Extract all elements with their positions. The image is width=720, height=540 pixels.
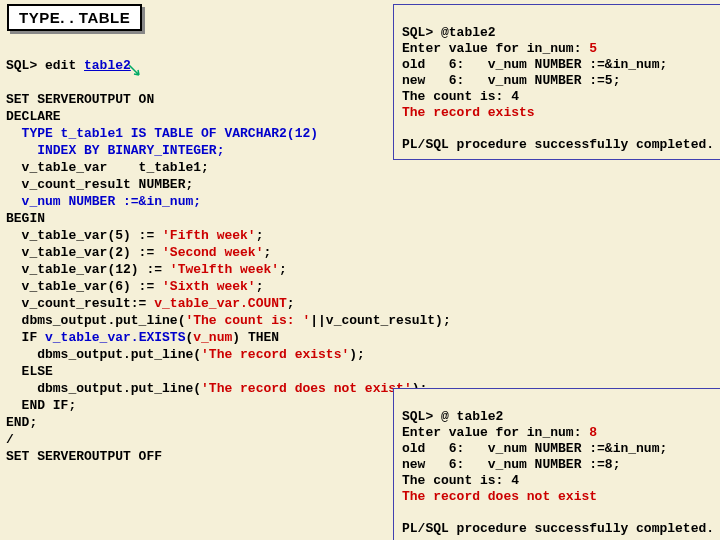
out2-l5: The count is: 4: [402, 473, 519, 488]
code-l3: TYPE t_table1 IS TABLE OF VARCHAR2(12): [6, 126, 318, 141]
code-l16b: 'The record exists': [201, 347, 349, 362]
code-l15d: v_num: [193, 330, 232, 345]
code-l15b: v_table_var.EXISTS: [45, 330, 185, 345]
code-l16c: );: [349, 347, 365, 362]
code-l11b: 'Twelfth week': [170, 262, 279, 277]
code-l12b: 'Sixth week': [162, 279, 256, 294]
code-l13a: v_count_result:=: [6, 296, 154, 311]
out1-l2b: 5: [589, 41, 597, 56]
title-text: TYPE. . TABLE: [19, 9, 130, 26]
out2-l2a: Enter value for in_num:: [402, 425, 589, 440]
code-l12a: v_table_var(6) :=: [6, 279, 162, 294]
code-l10c: ;: [263, 245, 271, 260]
code-l14b: 'The count is: ': [185, 313, 310, 328]
out1-l1: SQL> @table2: [402, 25, 496, 40]
out2-l7: PL/SQL procedure successfully completed.: [402, 521, 714, 536]
code-l14a: dbms_output.put_line(: [6, 313, 185, 328]
output-box-2: SQL> @ table2 Enter value for in_num: 8 …: [393, 388, 720, 540]
code-l16a: dbms_output.put_line(: [6, 347, 201, 362]
code-l11a: v_table_var(12) :=: [6, 262, 170, 277]
code-l15e: ) THEN: [232, 330, 279, 345]
code-l15a: IF: [6, 330, 45, 345]
code-l19: END IF;: [6, 398, 76, 413]
code-l2: DECLARE: [6, 109, 61, 124]
code-l10a: v_table_var(2) :=: [6, 245, 162, 260]
out2-l1: SQL> @ table2: [402, 409, 503, 424]
edit-link[interactable]: table2: [84, 58, 131, 73]
code-l4: INDEX BY BINARY_INTEGER;: [6, 143, 224, 158]
code-l5: v_table_var t_table1;: [6, 160, 209, 175]
code-l20: END;: [6, 415, 37, 430]
code-l1: SET SERVEROUTPUT ON: [6, 92, 154, 107]
code-l14c: ||v_count_result);: [310, 313, 450, 328]
code-l6: v_count_result NUMBER;: [6, 177, 193, 192]
out2-l2b: 8: [589, 425, 597, 440]
edit-prefix: SQL> edit: [6, 58, 84, 73]
code-l21: /: [6, 432, 14, 447]
code-l12c: ;: [256, 279, 264, 294]
code-l10b: 'Second week': [162, 245, 263, 260]
code-l9c: ;: [256, 228, 264, 243]
code-l22: SET SERVEROUTPUT OFF: [6, 449, 162, 464]
code-block: SQL> edit table2 SET SERVEROUTPUT ON DEC…: [6, 40, 451, 465]
code-l11c: ;: [279, 262, 287, 277]
code-l13c: ;: [287, 296, 295, 311]
code-l9a: v_table_var(5) :=: [6, 228, 162, 243]
code-l18a: dbms_output.put_line(: [6, 381, 201, 396]
out2-l3: old 6: v_num NUMBER :=&in_num;: [402, 441, 667, 456]
code-l8: BEGIN: [6, 211, 45, 226]
code-l17: ELSE: [6, 364, 53, 379]
code-l7: v_num NUMBER :=&in_num;: [6, 194, 201, 209]
out2-l6: The record does not exist: [402, 489, 597, 504]
code-l9b: 'Fifth week': [162, 228, 256, 243]
edit-line: SQL> edit table2: [6, 58, 131, 73]
title-box: TYPE. . TABLE: [7, 4, 142, 31]
code-l18b: 'The record does not exist': [201, 381, 412, 396]
code-l13b: v_table_var.COUNT: [154, 296, 287, 311]
out2-l4: new 6: v_num NUMBER :=8;: [402, 457, 620, 472]
